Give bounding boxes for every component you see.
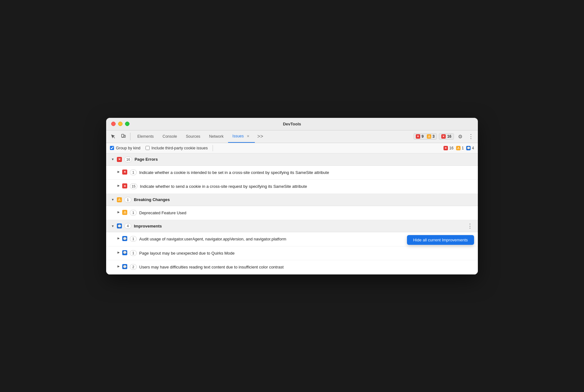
- expand-icon-2: ▶: [117, 184, 120, 187]
- improvements-hide-menu[interactable]: Hide all current Improvements: [407, 235, 474, 245]
- filter-warning-badge[interactable]: ⚠ 1: [456, 146, 464, 150]
- more-options-button[interactable]: ⋮: [467, 132, 475, 141]
- settings-button[interactable]: ⚙: [456, 132, 465, 141]
- minimize-button[interactable]: [118, 122, 123, 126]
- page-errors-chevron: ▼: [111, 158, 114, 161]
- error-count: 9: [421, 134, 424, 139]
- tab-list: Elements Console Sources Network Issues …: [133, 130, 412, 143]
- page-errors-section-header[interactable]: ▼ ✕ 16 Page Errors: [106, 153, 478, 166]
- filter-info-count: 4: [472, 146, 474, 150]
- inspect-element-button[interactable]: [109, 132, 117, 141]
- improvements-section-header[interactable]: ▼ 💬 4 Improvements ⋮: [106, 220, 478, 232]
- issue-text-4: Audit usage of navigator.userAgent, navi…: [139, 236, 286, 242]
- tab-elements[interactable]: Elements: [133, 130, 158, 143]
- filter-error-count: 16: [449, 146, 453, 150]
- error16-badge[interactable]: ✕ 16: [439, 133, 454, 140]
- filter-badges: ✕ 16 ⚠ 1 💬 4: [444, 146, 474, 150]
- tab-console[interactable]: Console: [158, 130, 181, 143]
- issue-count-5: 1: [130, 250, 137, 256]
- page-errors-icon: ✕: [117, 157, 122, 162]
- issue-info-icon-2: 💬: [122, 250, 127, 255]
- improvements-icon: 💬: [117, 223, 122, 228]
- page-errors-items: ▶ ✕ 1 Indicate whether a cookie is inten…: [106, 166, 478, 194]
- page-errors-count: 16: [124, 157, 132, 162]
- issue-item-cookie-samesite-send[interactable]: ▶ ✕ 15 Indicate whether to send a cookie…: [106, 180, 478, 194]
- breaking-changes-section-header[interactable]: ▼ ⚠ 1 Breaking Changes: [106, 194, 478, 206]
- expand-icon-5: ▶: [117, 251, 120, 254]
- filter-info-badge[interactable]: 💬 4: [466, 146, 474, 150]
- issue-count-6: 2: [130, 264, 137, 270]
- breaking-changes-count: 1: [124, 197, 131, 203]
- issue-item-cookie-samesite-set[interactable]: ▶ ✕ 1 Indicate whether a cookie is inten…: [106, 166, 478, 180]
- improvements-count: 4: [124, 223, 131, 229]
- filter-bar: Group by kind Include third-party cookie…: [106, 143, 478, 153]
- issue-text-6: Users may have difficulties reading text…: [139, 264, 283, 270]
- issue-text-3: Deprecated Feature Used: [139, 210, 186, 216]
- toolbar-right: ✕ 9 ⚠ 3 ✕ 16 ⚙ ⋮: [414, 132, 475, 141]
- error16-icon: ✕: [441, 134, 446, 139]
- page-errors-title: Page Errors: [135, 157, 158, 162]
- breaking-changes-title: Breaking Changes: [134, 197, 170, 202]
- issue-error-icon-1: ✕: [122, 170, 127, 175]
- toolbar: Elements Console Sources Network Issues …: [106, 130, 478, 143]
- filter-error-icon: ✕: [444, 146, 448, 150]
- traffic-lights: [111, 122, 129, 126]
- filter-warning-icon: ⚠: [456, 146, 461, 150]
- tab-sources[interactable]: Sources: [181, 130, 205, 143]
- devtools-window: DevTools Elements Console Sources: [106, 118, 478, 274]
- error-warning-badge[interactable]: ✕ 9 ⚠ 3: [414, 133, 437, 140]
- gear-icon: ⚙: [458, 134, 462, 140]
- improvements-chevron: ▼: [111, 224, 114, 228]
- issue-item-quirks-mode[interactable]: ▶ 💬 1 Page layout may be unexpected due …: [106, 246, 478, 261]
- toolbar-divider: [130, 133, 130, 140]
- improvements-section: ▼ 💬 4 Improvements ⋮ Hide all current Im…: [106, 220, 478, 274]
- third-party-label: Include third-party cookie issues: [152, 146, 208, 150]
- filter-divider: [213, 145, 213, 151]
- issue-warning-icon-1: ⚠: [122, 210, 127, 215]
- tab-issues[interactable]: Issues ✕: [228, 130, 255, 143]
- improvements-more-button[interactable]: ⋮: [466, 222, 474, 229]
- filter-info-icon: 💬: [466, 146, 471, 150]
- expand-icon-6: ▶: [117, 265, 120, 268]
- title-bar: DevTools: [106, 118, 478, 130]
- filter-warning-count: 1: [462, 146, 464, 150]
- issue-count-1: 1: [130, 170, 137, 175]
- issue-count-3: 1: [130, 210, 137, 216]
- group-by-kind-checkbox[interactable]: Group by kind: [110, 146, 140, 150]
- issue-text-1: Indicate whether a cookie is intended to…: [139, 170, 329, 176]
- expand-icon-4: ▶: [117, 237, 120, 240]
- device-toggle-button[interactable]: [119, 132, 128, 141]
- third-party-checkbox[interactable]: Include third-party cookie issues: [146, 146, 208, 150]
- issue-count-4: 1: [130, 236, 137, 242]
- tab-issues-close[interactable]: ✕: [246, 134, 250, 139]
- issue-error-icon-2: ✕: [122, 183, 127, 188]
- hide-all-improvements-label: Hide all current Improvements: [413, 238, 468, 242]
- tab-network[interactable]: Network: [205, 130, 228, 143]
- issue-info-icon-3: 💬: [122, 264, 127, 269]
- breaking-changes-items: ▶ ⚠ 1 Deprecated Feature Used: [106, 206, 478, 220]
- expand-icon-1: ▶: [117, 170, 120, 173]
- issue-count-2: 15: [130, 183, 137, 189]
- close-button[interactable]: [111, 122, 116, 126]
- breaking-changes-icon: ⚠: [117, 197, 122, 202]
- group-by-kind-label: Group by kind: [116, 146, 140, 150]
- more-tabs-button[interactable]: >>: [255, 134, 266, 139]
- maximize-button[interactable]: [125, 122, 129, 126]
- issue-text-2: Indicate whether to send a cookie in a c…: [140, 183, 307, 190]
- issue-item-deprecated[interactable]: ▶ ⚠ 1 Deprecated Feature Used: [106, 206, 478, 220]
- svg-rect-1: [124, 135, 125, 137]
- warning-icon: ⚠: [427, 134, 431, 139]
- improvements-title: Improvements: [134, 224, 162, 228]
- issue-info-icon-1: 💬: [122, 236, 127, 241]
- error-icon: ✕: [416, 134, 420, 139]
- group-by-kind-input[interactable]: [110, 146, 114, 150]
- third-party-input[interactable]: [146, 146, 150, 150]
- warning-count: 3: [432, 134, 435, 139]
- filter-error-badge[interactable]: ✕ 16: [444, 146, 453, 150]
- issues-content: ▼ ✕ 16 Page Errors ▶ ✕ 1 Indicate whethe…: [106, 153, 478, 274]
- expand-icon-3: ▶: [117, 210, 120, 214]
- issue-item-color-contrast[interactable]: ▶ 💬 2 Users may have difficulties readin…: [106, 260, 478, 274]
- breaking-changes-chevron: ▼: [111, 198, 114, 201]
- error16-count: 16: [447, 134, 451, 139]
- issue-text-5: Page layout may be unexpected due to Qui…: [139, 250, 235, 257]
